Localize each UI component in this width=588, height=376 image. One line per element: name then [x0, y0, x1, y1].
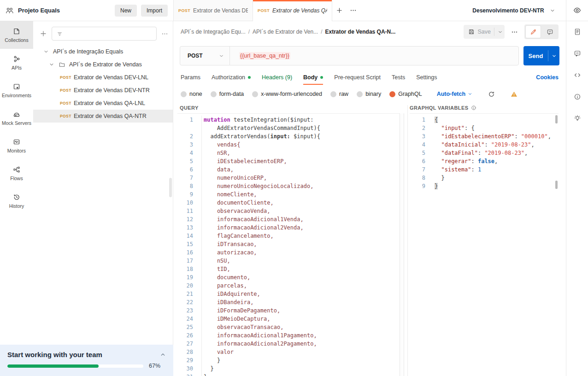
- save-button[interactable]: Save: [464, 25, 505, 39]
- request-tab[interactable]: POSTExtrator de Vendas QA-: [253, 0, 332, 21]
- body-type-graphql[interactable]: GraphQL: [389, 91, 422, 97]
- request-tab[interactable]: POSTExtrator de Vendas DEV: [174, 0, 253, 21]
- code-line: 3 "idEstabelecimentoERP": "000010",: [410, 132, 559, 141]
- code-line: 28 valor: [177, 348, 400, 356]
- sidebar-item-mock-servers[interactable]: Mock Servers: [0, 104, 33, 132]
- code-line: 1{: [410, 116, 559, 124]
- documentation-icon[interactable]: [574, 28, 581, 35]
- chevron-down-icon[interactable]: [43, 49, 49, 54]
- graphql-query-editor[interactable]: 1mutation testeIntegration($input: AddEx…: [177, 113, 400, 376]
- code-line: 5 "dataFinal": "2019-08-23",: [410, 149, 559, 157]
- request-tabs: ParamsAuthorizationHeaders (9)BodyPre-re…: [173, 70, 566, 85]
- body-type-form-data[interactable]: form-data: [211, 91, 244, 97]
- tab-tests[interactable]: Tests: [392, 70, 405, 85]
- code-line: 21 iDAdquirente,: [177, 290, 400, 298]
- sidebar-item-apis[interactable]: APIs: [0, 49, 33, 76]
- info-icon[interactable]: [471, 105, 476, 111]
- breadcrumb-segment[interactable]: Extrator de Vendas QA-N...: [325, 29, 396, 35]
- line-number: 19: [177, 273, 193, 282]
- edit-pencil-icon[interactable]: [525, 25, 541, 38]
- sidebar-item-monitors[interactable]: Monitors: [0, 132, 33, 159]
- graphql-variables-editor[interactable]: 1{2 "input": {3 "idEstabelecimentoERP": …: [410, 113, 559, 376]
- variables-scrollbar-thumb[interactable]: [555, 181, 558, 189]
- code-line: 6 "regerar": false,: [410, 157, 559, 165]
- line-number: 3: [177, 141, 193, 149]
- sidebar-item-flows[interactable]: Flows: [0, 159, 33, 187]
- send-options-chevron-icon[interactable]: [548, 46, 559, 65]
- body-type-x-www-form-urlencoded[interactable]: x-www-form-urlencoded: [252, 91, 322, 97]
- tab-settings[interactable]: Settings: [416, 70, 437, 85]
- code-line: 30 }: [177, 364, 400, 373]
- pm-lightbulb-icon[interactable]: [574, 115, 581, 122]
- schema-warning-icon[interactable]: [511, 91, 517, 98]
- collection-row[interactable]: API´s de Integração Equals: [33, 45, 173, 58]
- body-type-label: none: [189, 91, 202, 97]
- line-number: 4: [177, 149, 193, 157]
- environment-selector[interactable]: Desenvolvimento DEV-NTR: [472, 7, 544, 14]
- url-bar: POST {{url_base_qa_ntr}}: [180, 46, 519, 65]
- body-type-label: GraphQL: [398, 91, 422, 97]
- code-line: 29 }: [177, 356, 400, 364]
- collapse-banner-icon[interactable]: [160, 352, 166, 358]
- tab-headers-9-[interactable]: Headers (9): [262, 70, 292, 85]
- tree-request-row[interactable]: POSTExtrator de Vendas DEV-NTR: [33, 84, 173, 97]
- info-icon[interactable]: [574, 93, 581, 100]
- import-button[interactable]: Import: [141, 5, 168, 17]
- tab-pre-request-script[interactable]: Pre-request Script: [334, 70, 381, 85]
- sidebar-item-collections[interactable]: Collections: [0, 21, 33, 49]
- chevron-down-icon[interactable]: [48, 62, 55, 67]
- refresh-schema-icon[interactable]: [488, 91, 495, 98]
- folder-row[interactable]: API´s de Extrator de Vendas: [33, 58, 173, 71]
- body-type-raw[interactable]: raw: [330, 91, 348, 97]
- tree-request-row[interactable]: POSTExtrator de Vendas QA-LNL: [33, 97, 173, 110]
- workspace-name[interactable]: Projeto Equals: [18, 7, 60, 14]
- request-list: POSTExtrator de Vendas DEV-LNLPOSTExtrat…: [33, 71, 173, 123]
- chevron-down-icon: [219, 53, 224, 59]
- line-number: 5: [177, 157, 193, 165]
- sidebar-item-history[interactable]: History: [0, 187, 33, 215]
- send-button[interactable]: Send: [523, 46, 548, 65]
- breadcrumb-segment[interactable]: API´s de Integração Equ...: [181, 29, 246, 35]
- line-number: 13: [177, 223, 193, 232]
- tree-request-row[interactable]: POSTExtrator de Vendas QA-NTR: [33, 110, 173, 123]
- tab-params[interactable]: Params: [181, 70, 200, 85]
- sidebar-item-environments[interactable]: Environments: [0, 76, 33, 104]
- comments-icon[interactable]: [574, 50, 581, 57]
- code-line: 23 iDFormaDePagamento,: [177, 306, 400, 315]
- body-type-row: noneform-datax-www-form-urlencodedrawbin…: [173, 88, 566, 100]
- search-input[interactable]: [52, 27, 157, 41]
- add-collection-button[interactable]: [40, 30, 47, 37]
- code-text: informacaoAdicional2Venda,: [201, 223, 304, 232]
- request-more-icon[interactable]: [511, 29, 518, 35]
- tab-body[interactable]: Body: [303, 70, 323, 85]
- line-number: 27: [177, 340, 193, 348]
- environment-quick-look-icon[interactable]: [573, 6, 581, 14]
- sidebar-more-icon[interactable]: [161, 30, 168, 37]
- code-snippet-icon[interactable]: [574, 71, 581, 79]
- tab-authorization[interactable]: Authorization: [212, 70, 251, 85]
- new-tab-button[interactable]: [332, 7, 346, 14]
- tab-options-icon[interactable]: [346, 7, 360, 14]
- query-scrollbar[interactable]: [400, 113, 404, 376]
- cookies-link[interactable]: Cookies: [536, 74, 559, 81]
- method-badge: POST: [178, 8, 190, 13]
- code-text: addExtratorVendas(input: $input){: [201, 132, 320, 141]
- body-type-none[interactable]: none: [181, 91, 202, 97]
- code-line: 16 autorizacao,: [177, 248, 400, 257]
- url-input[interactable]: {{url_base_qa_ntr}}: [230, 53, 290, 59]
- body-type-binary[interactable]: binary: [357, 91, 381, 97]
- chevron-down-icon[interactable]: [550, 8, 555, 13]
- line-number: 2: [410, 124, 425, 132]
- variables-scrollbar-thumb[interactable]: [555, 115, 558, 123]
- code-line: 1mutation testeIntegration($input:: [177, 116, 400, 124]
- tree-request-row[interactable]: POSTExtrator de Vendas DEV-LNL: [33, 71, 173, 84]
- comment-icon[interactable]: [542, 25, 558, 38]
- method-select[interactable]: POST: [180, 47, 230, 65]
- sidebar-resize-handle[interactable]: [169, 178, 172, 197]
- code-line: 6 data,: [177, 165, 400, 174]
- method-badge: POST: [258, 8, 270, 13]
- save-options-chevron-icon[interactable]: [498, 29, 503, 35]
- autofetch-dropdown[interactable]: Auto-fetch: [437, 91, 473, 97]
- new-button[interactable]: New: [115, 5, 137, 17]
- breadcrumb-segment[interactable]: API´s de Extrator de Ven...: [253, 29, 318, 35]
